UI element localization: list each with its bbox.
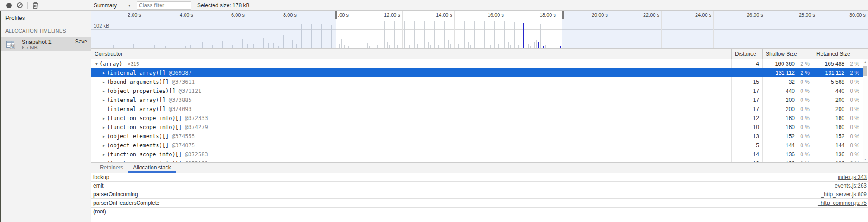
delete-profile-icon[interactable] bbox=[32, 2, 38, 9]
shallow-size-cell: 1360 % bbox=[762, 150, 813, 159]
retained-size-percent: 0 % bbox=[844, 151, 863, 158]
constructor-cell[interactable]: ▼(array)×315 bbox=[91, 59, 731, 68]
constructor-cell[interactable]: ▶(bound arguments)[]@373611 bbox=[91, 77, 731, 87]
stack-frame-function: parserOnIncoming bbox=[93, 191, 138, 198]
distance-cell: 15 bbox=[731, 77, 762, 87]
stack-frame-source-link[interactable]: _http_server.js:809 bbox=[821, 191, 867, 198]
scrollbar-thumb[interactable] bbox=[863, 66, 867, 76]
ruler-tick-label: 4.00 s bbox=[166, 12, 193, 18]
selection-handle-right[interactable] bbox=[562, 11, 564, 19]
retained-size-value: 136 bbox=[813, 151, 844, 158]
expand-arrow-icon[interactable]: ▶ bbox=[101, 144, 107, 148]
constructor-cell[interactable]: ▶(function scope info)[]@372333 bbox=[91, 114, 731, 123]
profile-view-select[interactable]: Summary ▼ bbox=[94, 1, 131, 10]
selection-handle-left[interactable] bbox=[335, 11, 337, 19]
stack-frame-source-link[interactable]: events.js:263 bbox=[835, 183, 867, 189]
constructor-cell[interactable]: ▶(object properties)[]@371121 bbox=[91, 87, 731, 96]
object-id: @374279 bbox=[185, 124, 208, 130]
scroll-up-icon[interactable]: ▲ bbox=[863, 60, 868, 63]
stack-frame-row[interactable]: lookupindex.js:343 bbox=[91, 173, 868, 182]
allocation-bar bbox=[510, 45, 511, 48]
constructor-cell[interactable]: ▶(function scope info)[]@373181 bbox=[91, 159, 731, 162]
allocation-bar bbox=[377, 45, 378, 48]
retained-size-percent: 0 % bbox=[844, 79, 863, 85]
constructor-cell[interactable]: ▶(internal array)[]@373885 bbox=[91, 96, 731, 105]
allocation-bar bbox=[528, 44, 529, 48]
expand-arrow-icon[interactable]: ▶ bbox=[101, 125, 107, 130]
allocation-timeline-overview[interactable]: 102 kB 2.00 s4.00 s6.00 s8.00 s10.00 s12… bbox=[91, 11, 868, 48]
expand-arrow-icon[interactable]: ▶ bbox=[101, 71, 107, 75]
stack-frame-source-link[interactable]: _http_common.js:75 bbox=[818, 200, 867, 206]
grid-scrollbar[interactable]: ▲ ▼ bbox=[863, 59, 868, 162]
constructor-name: (function scope info)[] bbox=[107, 151, 182, 158]
record-icon[interactable] bbox=[6, 3, 12, 8]
allocation-bar bbox=[389, 45, 390, 48]
stack-frame-row[interactable]: parserOnIncoming_http_server.js:809 bbox=[91, 190, 868, 199]
column-header-shallow-size[interactable]: Shallow Size bbox=[762, 49, 813, 59]
ruler-gridline bbox=[351, 11, 351, 48]
constructor-cell[interactable]: (internal array)[]@374093 bbox=[91, 105, 731, 114]
heap-grid-row[interactable]: ▶(object elements)[]@374555131520 %1520 … bbox=[91, 132, 863, 141]
allocation-bar bbox=[384, 21, 385, 48]
ruler-tick-label: 16.00 s bbox=[477, 12, 504, 18]
heap-grid-row[interactable]: ▶(function scope info)[]@372333121600 %1… bbox=[91, 114, 863, 123]
stack-frame-function: (root) bbox=[93, 208, 106, 215]
shallow-size-percent: 0 % bbox=[795, 106, 813, 112]
clear-all-profiles-icon[interactable] bbox=[17, 2, 23, 8]
heap-grid-row[interactable]: ▶(object elements)[]@37407551440 %1440 % bbox=[91, 141, 863, 150]
heap-grid-row[interactable]: ▶(internal array)[]@373885172000 %2000 % bbox=[91, 96, 863, 105]
constructor-cell[interactable]: ▶(function scope info)[]@374279 bbox=[91, 123, 731, 132]
tab-retainers[interactable]: Retainers bbox=[95, 163, 128, 173]
svg-text:%: % bbox=[11, 44, 14, 49]
allocation-bar bbox=[538, 42, 539, 48]
constructor-cell[interactable]: ▶(internal array)[]@369387 bbox=[91, 68, 731, 77]
heap-grid-row[interactable]: ▶(object properties)[]@371121174400 %440… bbox=[91, 87, 863, 96]
stack-frame-row[interactable]: parserOnHeadersComplete_http_common.js:7… bbox=[91, 199, 868, 208]
heap-grid-row[interactable]: ▶(function scope info)[]@372583141360 %1… bbox=[91, 150, 863, 159]
expand-arrow-icon[interactable]: ▶ bbox=[101, 80, 107, 84]
collapse-arrow-icon[interactable]: ▼ bbox=[94, 62, 100, 66]
allocation-bar bbox=[339, 44, 340, 48]
stack-frame-source-link[interactable]: index.js:343 bbox=[838, 174, 867, 180]
retained-size-value: 152 bbox=[813, 133, 844, 140]
tab-allocation-stack[interactable]: Allocation stack bbox=[128, 163, 175, 173]
expand-arrow-icon[interactable]: ▶ bbox=[101, 98, 107, 102]
allocation-bar bbox=[498, 44, 499, 48]
heap-grid-row[interactable]: ▼(array)×3154160 3602 %165 4882 % bbox=[91, 59, 863, 68]
shallow-size-cell: 2000 % bbox=[762, 96, 813, 105]
column-header-retained-size[interactable]: Retained Size bbox=[813, 49, 863, 59]
heap-grid-row[interactable]: ▶(function scope info)[]@374279101600 %1… bbox=[91, 123, 863, 132]
constructor-cell[interactable]: ▶(object elements)[]@374075 bbox=[91, 141, 731, 150]
column-header-distance[interactable]: Distance bbox=[731, 49, 762, 59]
class-filter-input[interactable] bbox=[137, 1, 191, 10]
constructor-cell[interactable]: ▶(function scope info)[]@372583 bbox=[91, 150, 731, 159]
column-header-constructor[interactable]: Constructor bbox=[91, 49, 731, 59]
shallow-size-cell: 320 % bbox=[762, 77, 813, 87]
heap-grid-row[interactable]: ▶(bound arguments)[]@37361115320 %5 5680… bbox=[91, 77, 863, 87]
snapshot-save-link[interactable]: Save bbox=[75, 39, 87, 45]
selected-size-label: Selected size: 178 kB bbox=[197, 2, 249, 9]
heap-grid-row[interactable]: (internal array)[]@374093172000 %2000 % bbox=[91, 105, 863, 114]
constructor-cell[interactable]: ▶(object elements)[]@374555 bbox=[91, 132, 731, 141]
retained-size-value: 131 112 bbox=[813, 70, 844, 76]
devtools-memory-panel: Summary ▼ Selected size: 178 kB Profiles… bbox=[0, 0, 868, 222]
ruler-label-clipped: 10.00 s bbox=[338, 12, 349, 18]
expand-arrow-icon[interactable]: ▶ bbox=[101, 89, 107, 93]
stack-frame-row[interactable]: (root) bbox=[91, 208, 868, 216]
sidebar-item-snapshot-1[interactable]: % Snapshot 1 Save 6.7 MB bbox=[1, 37, 91, 51]
stack-frame-row[interactable]: emitevents.js:263 bbox=[91, 182, 868, 190]
retained-size-percent: 0 % bbox=[844, 88, 863, 94]
expand-arrow-icon[interactable]: ▶ bbox=[101, 135, 107, 139]
scroll-down-icon[interactable]: ▼ bbox=[863, 158, 868, 161]
shallow-size-value: 440 bbox=[763, 88, 795, 94]
allocation-bar bbox=[518, 45, 519, 48]
shallow-size-percent: 0 % bbox=[795, 133, 813, 140]
expand-arrow-icon[interactable]: ▶ bbox=[101, 116, 107, 121]
shallow-size-percent: 2 % bbox=[795, 61, 813, 67]
allocation-bar bbox=[479, 45, 479, 48]
expand-arrow-icon[interactable]: ▶ bbox=[101, 153, 107, 157]
shallow-size-cell: 1440 % bbox=[762, 141, 813, 150]
heap-grid-row[interactable]: ▶(function scope info)[]@373181121360 %1… bbox=[91, 159, 863, 162]
ruler-gridline bbox=[558, 11, 558, 48]
heap-grid-row[interactable]: ▶(internal array)[]@369387–131 1122 %131… bbox=[91, 68, 863, 77]
